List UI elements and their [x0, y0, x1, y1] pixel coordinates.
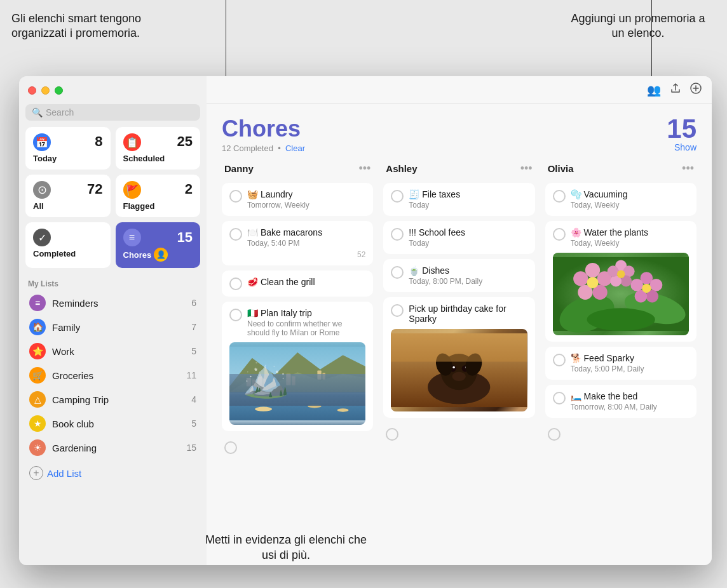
reminder-circle[interactable]: [391, 266, 404, 279]
svg-point-52: [617, 270, 625, 278]
reminder-badge: 52: [229, 250, 365, 259]
reminder-birthday-cake[interactable]: Pick up birthday cake for Sparky: [383, 297, 534, 418]
reminder-circle[interactable]: [229, 309, 242, 321]
reminder-subtitle: Today: [409, 201, 460, 210]
today-icon: 📅: [33, 133, 51, 151]
reminder-circle[interactable]: [229, 228, 242, 241]
svg-rect-10: [292, 376, 295, 385]
main-titlebar: 👥: [207, 76, 712, 104]
all-label: All: [33, 201, 103, 211]
sidebar-item-reminders[interactable]: ≡ Reminders 6: [25, 291, 200, 315]
camping-icon: △: [29, 391, 46, 408]
traffic-light-minimize[interactable]: [41, 86, 50, 95]
reminder-circle[interactable]: [229, 277, 242, 290]
smart-list-flagged[interactable]: 🚩 2 Flagged: [116, 175, 201, 217]
flagged-icon: 🚩: [123, 181, 141, 199]
show-button[interactable]: Show: [674, 142, 696, 152]
svg-point-40: [587, 277, 598, 288]
main-count-number: 15: [667, 116, 696, 142]
sidebar-item-work[interactable]: ⭐ Work 5: [25, 339, 200, 363]
reminder-water-plants[interactable]: 🌸 Water the plants Today, Weekly: [545, 221, 696, 342]
svg-rect-9: [286, 374, 290, 385]
danny-menu-icon[interactable]: •••: [358, 162, 370, 175]
flagged-count: 2: [185, 181, 193, 197]
smart-list-today[interactable]: 📅 8 Today: [25, 127, 111, 170]
svg-rect-12: [322, 373, 325, 380]
sidebar-item-groceries[interactable]: 🛒 Groceries 11: [25, 363, 200, 387]
add-list-icon: +: [29, 466, 43, 480]
reminder-file-taxes[interactable]: 🧾 File taxes Today: [383, 183, 534, 216]
olivia-menu-icon[interactable]: •••: [682, 162, 694, 175]
svg-rect-5: [247, 378, 251, 386]
reminder-subtitle: Today: [409, 239, 465, 248]
reminder-make-bed[interactable]: 🛏️ Make the bed Tomorrow, 8:00 AM, Daily: [545, 385, 696, 418]
family-count: 7: [191, 322, 196, 332]
reminder-clean-grill[interactable]: 🥩 Clean the grill: [222, 271, 373, 297]
svg-rect-15: [258, 402, 337, 403]
reminder-circle[interactable]: [229, 190, 242, 203]
reminder-title: !!! School fees: [409, 227, 465, 237]
smart-lists-grid: 📅 8 Today 📋 25 Scheduled ⊙ 72 All: [19, 127, 207, 274]
main-title: Chores: [222, 116, 305, 142]
svg-point-35: [585, 263, 600, 277]
scheduled-label: Scheduled: [123, 154, 193, 163]
traffic-light-close[interactable]: [28, 86, 36, 95]
add-reminder-danny[interactable]: [222, 436, 373, 459]
scheduled-count: 25: [177, 133, 193, 150]
svg-point-29: [452, 372, 466, 381]
all-count: 72: [87, 181, 102, 197]
traffic-light-maximize[interactable]: [55, 86, 63, 95]
add-reminder-ashley[interactable]: [383, 423, 534, 446]
scheduled-icon: 📋: [123, 133, 141, 151]
reminder-title: 🍵 Dishes: [409, 265, 482, 276]
sidebar-item-gardening[interactable]: ☀ Gardening 15: [25, 436, 200, 460]
smart-list-scheduled[interactable]: 📋 25 Scheduled: [116, 127, 201, 170]
reminder-italy-trip[interactable]: 🇮🇹 Plan Italy trip Need to confirm wheth…: [222, 302, 373, 431]
reminder-laundry[interactable]: 🧺 Laundry Tomorrow, Weekly: [222, 183, 373, 216]
columns-area: Danny ••• 🧺 Laundry Tomorrow, Weekly: [207, 158, 712, 565]
svg-rect-6: [252, 380, 255, 387]
reminder-dishes[interactable]: 🍵 Dishes Today, 8:00 PM, Daily: [383, 259, 534, 292]
reminder-vacuuming[interactable]: 🫧 Vacuuming Today, Weekly: [545, 183, 696, 216]
gardening-name: Gardening: [52, 443, 97, 453]
reminder-feed-sparky[interactable]: 🐕 Feed Sparky Today, 5:00 PM, Daily: [545, 347, 696, 380]
reminder-circle[interactable]: [553, 190, 566, 203]
reminder-circle[interactable]: [553, 228, 566, 241]
smart-list-completed[interactable]: ✓ Completed: [25, 222, 111, 268]
reminders-icon: ≡: [29, 295, 46, 311]
family-icon: 🏠: [29, 319, 46, 335]
svg-marker-4: [229, 372, 365, 392]
reminder-circle[interactable]: [391, 304, 404, 317]
collab-icon[interactable]: 👥: [647, 83, 661, 97]
reminder-circle[interactable]: [391, 190, 404, 203]
reminder-bake-macarons[interactable]: 🍽️ Bake macarons Today, 5:40 PM 52: [222, 221, 373, 265]
completed-icon: ✓: [33, 229, 51, 246]
smart-list-chores[interactable]: ≡ 15 Chores 👤: [116, 222, 201, 268]
reminder-circle[interactable]: [553, 392, 566, 404]
sidebar-item-family[interactable]: 🏠 Family 7: [25, 315, 200, 339]
smart-list-all[interactable]: ⊙ 72 All: [25, 175, 111, 217]
reminder-title: 🧺 Laundry: [247, 189, 309, 199]
add-list-label: Add List: [47, 468, 81, 479]
reminder-subtitle: Today, Weekly: [571, 201, 628, 210]
bookclub-name: Book club: [52, 418, 94, 429]
reminder-title: 🐕 Feed Sparky: [571, 353, 644, 363]
dog-image-render: [391, 329, 527, 411]
add-list-button[interactable]: + Add List: [25, 462, 200, 484]
add-reminder-olivia[interactable]: [545, 423, 696, 446]
add-circle-icon: [386, 428, 398, 441]
groceries-icon: 🛒: [29, 367, 46, 384]
sidebar-item-bookclub[interactable]: ★ Book club 5: [25, 411, 200, 436]
reminder-circle[interactable]: [553, 354, 566, 366]
sidebar: 🔍 Search 📅 8 Today 📋 25 Scheduled: [19, 76, 207, 565]
sidebar-item-camping[interactable]: △ Camping Trip 4: [25, 387, 200, 411]
search-bar[interactable]: 🔍 Search: [25, 104, 200, 121]
add-icon[interactable]: [690, 83, 702, 97]
reminder-school-fees[interactable]: !!! School fees Today: [383, 221, 534, 254]
ashley-menu-icon[interactable]: •••: [520, 162, 533, 175]
share-icon[interactable]: [670, 83, 681, 97]
reminders-count: 6: [191, 298, 196, 308]
clear-button[interactable]: Clear: [285, 144, 305, 153]
my-lists-title: My Lists: [25, 279, 200, 288]
reminder-circle[interactable]: [391, 228, 404, 241]
